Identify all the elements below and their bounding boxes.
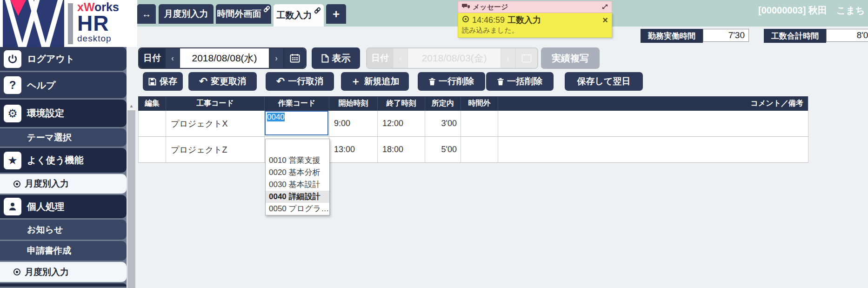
plus-icon: +: [333, 7, 340, 21]
col-header-scheduled: 所定内: [425, 96, 461, 111]
table-row: プロジェクトX 0040 9:00 12:00 3'00: [138, 111, 808, 137]
edit-cell[interactable]: [138, 137, 166, 162]
undo-all-button[interactable]: ↶ 変更取消: [188, 72, 257, 91]
sidebar-item-logout[interactable]: ログアウト: [0, 47, 127, 71]
brand-edition: desktop: [77, 33, 135, 44]
copy-next-day-button-disabled: ›: [501, 48, 515, 68]
sidebar-menu: ログアウト ? ヘルプ ⚙ 環境設定 テーマ選択 ★ よく使う機能 月度別入力: [0, 47, 127, 288]
work-time-value: 7'30: [703, 29, 749, 42]
date-picker-group: 日付 ‹ 2018/08/08(水) ›: [138, 47, 307, 69]
task-code-input[interactable]: 0040: [265, 111, 328, 135]
dropdown-option-selected[interactable]: 0040 詳細設計: [266, 191, 329, 203]
col-header-project-code: 工事コード: [166, 96, 265, 111]
col-header-task-code: 作業コード: [265, 96, 329, 111]
date-value-field[interactable]: 2018/08/08(水): [180, 48, 269, 68]
logo-divider: [68, 3, 73, 44]
person-icon: [4, 198, 21, 215]
edit-cell[interactable]: [138, 111, 166, 136]
dropdown-option[interactable]: 0020 基本分析: [266, 167, 329, 179]
task-code-cell[interactable]: 0040: [265, 111, 329, 136]
end-time-cell[interactable]: 18:00: [378, 137, 425, 162]
expand-diagonal-icon[interactable]: [602, 3, 608, 11]
scheduled-hours-cell[interactable]: 5'00: [425, 137, 461, 162]
power-icon: [4, 50, 21, 68]
sidebar-item-application-create[interactable]: 申請書作成: [0, 241, 127, 261]
sidebar-item-monthly-input-favorite[interactable]: 月度別入力: [0, 174, 127, 194]
next-day-button[interactable]: ›: [269, 48, 284, 68]
speech-bubbles-icon: [462, 3, 470, 11]
close-icon[interactable]: ×: [602, 16, 608, 24]
tab-monthly-input[interactable]: 月度別入力: [159, 4, 214, 24]
col-header-end-time: 終了時刻: [378, 96, 425, 111]
message-panel-title: メッセージ: [473, 3, 508, 12]
total-time-label: 工数合計時間: [764, 29, 826, 43]
total-time-value: 8'00: [826, 29, 868, 42]
scheduled-hours-cell[interactable]: 3'00: [425, 111, 461, 136]
col-header-edit: 編集: [138, 96, 166, 111]
notification-source: 工数入力: [507, 14, 541, 26]
notification-toast: 14:46:59 工数入力 × 読み込みました。: [458, 13, 612, 38]
brand-product: HR: [77, 13, 135, 33]
add-row-button[interactable]: ＋ 新規追加: [341, 72, 409, 91]
gear-icon: ⚙: [4, 105, 21, 122]
scroll-up-icon[interactable]: ▲: [127, 101, 136, 110]
copy-date-value-field: 2018/08/03(金): [408, 48, 501, 68]
plus-icon: ＋: [351, 74, 361, 88]
delete-row-button[interactable]: 一行削除: [418, 72, 485, 91]
delete-all-button[interactable]: 一括削除: [486, 72, 554, 91]
calendar-icon: [290, 54, 300, 63]
calendar-icon: [521, 54, 532, 63]
tab-manhour-input[interactable]: 工数入力: [274, 4, 324, 27]
sidebar-item-theme-select[interactable]: テーマ選択: [0, 128, 127, 147]
start-time-cell[interactable]: 13:00: [329, 137, 378, 162]
logo-mark-icon: [0, 0, 64, 47]
user-label: [00000003] 秋田 こまち: [758, 4, 868, 17]
show-button[interactable]: 表示: [312, 47, 360, 69]
dropdown-option[interactable]: 0030 基本設計: [266, 179, 329, 191]
tab-expand-button[interactable]: ↔: [137, 4, 156, 24]
undo-icon: ↶: [199, 77, 207, 86]
save-button[interactable]: 保存: [143, 72, 183, 91]
notification-body: 読み込みました。: [462, 26, 608, 35]
trash-icon: [497, 78, 504, 86]
copy-calendar-button-disabled: [515, 48, 537, 68]
start-time-cell[interactable]: 9:00: [329, 111, 378, 136]
sidebar-item-favorites[interactable]: ★ よく使う機能: [0, 148, 127, 173]
dropdown-option[interactable]: 0050 プログラ…: [266, 203, 329, 215]
floppy-icon: [148, 78, 156, 86]
dropdown-option[interactable]: 0010 営業支援: [266, 154, 329, 167]
project-code-cell[interactable]: プロジェクトZ: [166, 137, 265, 162]
comment-cell[interactable]: [498, 111, 808, 136]
message-panel-header[interactable]: メッセージ: [458, 1, 612, 13]
sidebar-item-monthly-input[interactable]: 月度別入力: [0, 262, 127, 282]
end-time-cell[interactable]: 12:00: [378, 111, 425, 136]
save-and-next-day-button[interactable]: 保存して翌日: [565, 72, 643, 91]
undo-icon: ↶: [276, 77, 285, 86]
project-code-cell[interactable]: プロジェクトX: [166, 111, 265, 136]
trash-icon: [429, 78, 435, 86]
overtime-cell[interactable]: [461, 137, 498, 162]
sidebar-item-notices[interactable]: お知らせ: [0, 220, 127, 240]
manhour-table: 編集 工事コード 作業コード 開始時刻 終了時刻 所定内 時間外 コメント／備考…: [138, 96, 808, 163]
tab-overtime-screen[interactable]: 時間外画面: [216, 4, 271, 24]
sidebar-scrollbar[interactable]: ▲: [127, 101, 136, 288]
sidebar-item-help[interactable]: ? ヘルプ: [0, 72, 127, 98]
sidebar-item-settings[interactable]: ⚙ 環境設定: [0, 100, 127, 127]
copy-date-picker-group: 日付 ‹ 2018/08/03(金) ›: [366, 47, 538, 69]
undo-row-button[interactable]: ↶ 一行取消: [266, 72, 334, 91]
overtime-cell[interactable]: [461, 111, 498, 136]
calendar-button[interactable]: [284, 48, 306, 68]
col-header-overtime: 時間外: [461, 96, 498, 111]
dropdown-option-blank[interactable]: [266, 139, 329, 154]
comment-cell[interactable]: [498, 137, 808, 162]
prev-day-button[interactable]: ‹: [165, 48, 180, 68]
task-code-dropdown: 0010 営業支援 0020 基本分析 0030 基本設計 0040 詳細設計 …: [265, 139, 330, 215]
table-row: プロジェクトZ 13:00 18:00 5'00: [138, 137, 808, 163]
scrollbar-thumb[interactable]: [127, 110, 135, 288]
notification-time: 14:46:59: [472, 15, 505, 25]
link-chain-icon: [263, 5, 270, 15]
target-icon: [13, 180, 21, 188]
tab-add-button[interactable]: +: [326, 4, 346, 24]
sidebar-item-personal[interactable]: 個人処理: [0, 195, 127, 218]
work-time-label: 勤務実働時間: [641, 29, 703, 43]
